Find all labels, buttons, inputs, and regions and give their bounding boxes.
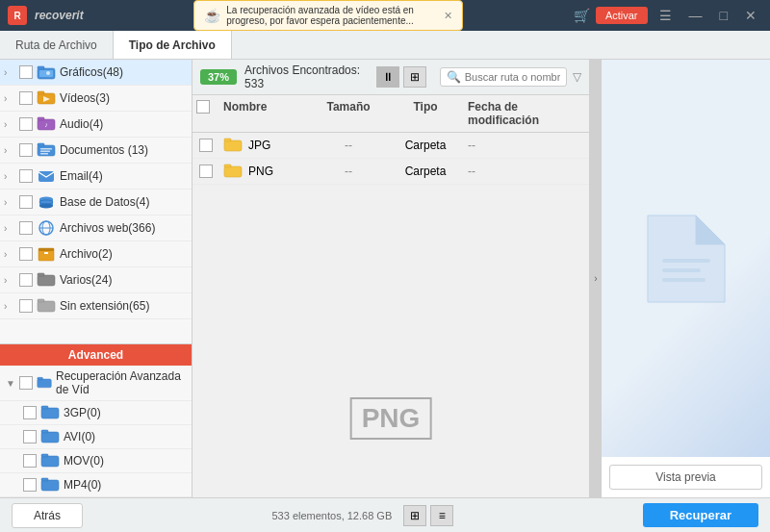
th-date: Fecha de modificación — [464, 95, 589, 132]
preview-image — [638, 206, 734, 312]
svg-rect-48 — [662, 259, 710, 263]
png-watermark: PNG — [350, 397, 432, 440]
close-notification-icon[interactable]: ✕ — [444, 10, 452, 22]
advanced-header: Advanced — [0, 344, 192, 366]
checkbox-avi[interactable] — [23, 430, 37, 443]
checkbox-videos[interactable] — [19, 91, 33, 105]
chevron-icon: › — [4, 249, 15, 260]
sidebar-item-videos[interactable]: › Vídeos(3) — [0, 86, 192, 112]
label-avi: AVI(0) — [64, 430, 95, 443]
checkbox-basedatos[interactable] — [19, 195, 33, 209]
chevron-icon: › — [4, 197, 15, 208]
checkbox-archivo[interactable] — [19, 247, 33, 261]
sidebar-item-archivo[interactable]: › Archivo(2) — [0, 241, 192, 267]
sidebar-item-documentos[interactable]: › Documentos (13) — [0, 138, 192, 164]
checkbox-mp4[interactable] — [23, 478, 37, 492]
chevron-icon: › — [4, 145, 15, 156]
file-table: Nombre Tamaño Tipo Fecha de modificación… — [192, 95, 589, 497]
recover-button[interactable]: Recuperar — [643, 503, 758, 527]
activate-button[interactable]: Activar — [596, 7, 648, 24]
checkbox-graficos[interactable] — [19, 65, 33, 79]
chevron-icon: › — [4, 93, 15, 104]
td-check-jpg[interactable] — [192, 134, 219, 157]
svg-rect-45 — [224, 165, 231, 167]
list-view-button-bottom[interactable]: ≡ — [430, 505, 453, 526]
audio-icon: ♪ — [37, 116, 56, 132]
svg-rect-39 — [41, 454, 48, 457]
filter-icon[interactable]: ▽ — [573, 70, 581, 84]
maximize-button[interactable]: □ — [714, 6, 733, 25]
checkbox-email[interactable] — [19, 169, 33, 183]
archive-icon — [37, 246, 56, 262]
advanced-parent-item[interactable]: ▼ Recuperación Avanzada de Víd — [0, 366, 192, 401]
list-view-button[interactable]: ⊞ — [403, 66, 426, 88]
menu-button[interactable]: ☰ — [654, 6, 678, 25]
preview-button[interactable]: Vista previa — [609, 465, 762, 490]
sidebar-item-audio[interactable]: › ♪ Audio(4) — [0, 112, 192, 138]
video-folder-icon — [37, 375, 52, 391]
sidebar-item-email[interactable]: › Email(4) — [0, 164, 192, 190]
chevron-icon: › — [4, 301, 15, 312]
svg-marker-47 — [696, 215, 725, 244]
collapse-handle[interactable]: › — [590, 60, 602, 497]
file-area: 37% Archivos Encontrados: 533 ⏸ ⊞ 🔍 ▽ — [192, 60, 590, 497]
tab-tipo[interactable]: Tipo de Archivo — [114, 31, 232, 59]
sidebar-item-graficos[interactable]: › Gráficos(48) — [0, 60, 192, 86]
advanced-sub-avi[interactable]: AVI(0) — [0, 425, 192, 449]
pause-button[interactable]: ⏸ — [376, 66, 399, 88]
advanced-sub-3gp[interactable]: 3GP(0) — [0, 401, 192, 425]
checkbox-advanced-parent[interactable] — [19, 376, 33, 390]
svg-rect-7 — [38, 91, 44, 94]
td-check-png[interactable] — [192, 160, 219, 183]
svg-rect-35 — [41, 406, 48, 409]
sidebar-item-sinext[interactable]: › Sin extensión(65) — [0, 293, 192, 319]
svg-rect-27 — [44, 252, 48, 254]
checkbox-mov[interactable] — [23, 454, 37, 468]
sidebar-label-documentos: Documentos (13) — [60, 143, 186, 157]
svg-rect-4 — [39, 70, 53, 77]
noext-icon — [37, 298, 56, 314]
sidebar-item-basedatos[interactable]: › Base de Datos(4) — [0, 190, 192, 215]
advanced-sub-mp4[interactable]: MP4(0) — [0, 473, 192, 497]
advanced-sub-mov[interactable]: MOV(0) — [0, 449, 192, 473]
table-header: Nombre Tamaño Tipo Fecha de modificación — [192, 95, 589, 133]
main-content: › Gráficos(48) › Vídeos — [0, 60, 770, 497]
misc-icon — [37, 272, 56, 288]
search-bar[interactable]: 🔍 — [440, 67, 567, 87]
chevron-icon: › — [4, 223, 15, 234]
sidebar-item-archivosweb[interactable]: › Archivos web(366) — [0, 215, 192, 241]
image-icon — [37, 64, 56, 80]
checkbox-sinext[interactable] — [19, 299, 33, 313]
checkbox-3gp[interactable] — [23, 406, 37, 419]
sidebar-label-videos: Vídeos(3) — [60, 91, 186, 105]
table-row[interactable]: JPG -- Carpeta -- — [192, 133, 589, 159]
svg-rect-3 — [38, 66, 44, 69]
svg-rect-31 — [38, 299, 44, 302]
svg-rect-33 — [38, 377, 43, 379]
search-input[interactable] — [465, 71, 560, 83]
grid-view-button[interactable]: ⊞ — [403, 505, 426, 526]
th-type: Tipo — [387, 95, 464, 132]
folder-avi-icon — [40, 429, 60, 444]
minimize-button[interactable]: — — [683, 6, 708, 25]
label-mov: MOV(0) — [64, 454, 104, 468]
back-button[interactable]: Atrás — [12, 503, 83, 528]
tab-ruta[interactable]: Ruta de Archivo — [0, 31, 114, 59]
table-row[interactable]: PNG -- Carpeta -- — [192, 159, 589, 185]
checkbox-audio[interactable] — [19, 117, 33, 131]
sidebar-scroll: › Gráficos(48) › Vídeos — [0, 60, 192, 343]
close-button[interactable]: ✕ — [739, 6, 762, 25]
th-size: Tamaño — [310, 95, 387, 132]
sidebar-label-graficos: Gráficos(48) — [60, 65, 186, 79]
checkbox-varios[interactable] — [19, 273, 33, 287]
checkbox-archivosweb[interactable] — [19, 221, 33, 235]
svg-rect-16 — [40, 153, 48, 155]
svg-rect-42 — [224, 140, 242, 151]
view-icons: ⊞ ≡ — [403, 505, 453, 526]
chevron-icon: › — [4, 119, 15, 130]
sidebar-item-varios[interactable]: › Varios(24) — [0, 267, 192, 293]
checkbox-documentos[interactable] — [19, 143, 33, 157]
file-name-png: PNG — [248, 165, 273, 178]
found-count: Archivos Encontrados: 533 — [244, 63, 361, 90]
svg-rect-30 — [38, 301, 55, 312]
